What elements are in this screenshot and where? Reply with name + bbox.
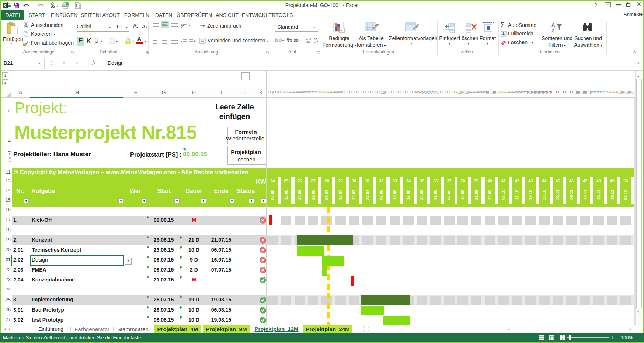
svg-text:.00: .00 [306,41,310,43]
svg-text:$: $ [276,38,278,42]
svg-text:X: X [3,3,6,8]
svg-text:ab: ab [181,23,184,27]
svg-text:≠: ≠ [341,29,342,32]
svg-text:A: A [551,22,555,28]
svg-text:Z: Z [551,28,554,34]
